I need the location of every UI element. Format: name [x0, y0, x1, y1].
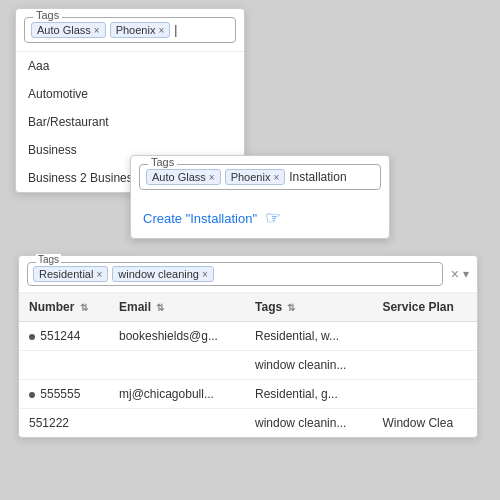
filter-chip-residential-label: Residential [39, 268, 93, 280]
top-chip-phoenix[interactable]: Phoenix × [110, 22, 171, 38]
cell-number: 551222 [19, 409, 109, 438]
middle-chip-auto-glass-close[interactable]: × [209, 172, 215, 183]
middle-tags-section: Tags Auto Glass × Phoenix × [139, 164, 381, 190]
table-row: 555555 mj@chicagobull... Residential, g.… [19, 380, 477, 409]
top-chip-phoenix-close[interactable]: × [158, 25, 164, 36]
top-chip-phoenix-label: Phoenix [116, 24, 156, 36]
dropdown-item-automotive[interactable]: Automotive [16, 80, 244, 108]
dot-icon [29, 392, 35, 398]
top-chip-auto-glass-label: Auto Glass [37, 24, 91, 36]
middle-chip-phoenix-label: Phoenix [231, 171, 271, 183]
tags-sort-icon: ⇅ [287, 302, 295, 313]
top-tag-input[interactable] [174, 23, 194, 37]
cell-tags: window cleanin... [245, 409, 372, 438]
cursor-hand-icon: ☞ [265, 207, 281, 229]
cell-email [109, 409, 245, 438]
screenshot-container: Tags Auto Glass × Phoenix × Aaa Automoti… [0, 0, 500, 500]
top-chip-auto-glass-close[interactable]: × [94, 25, 100, 36]
cell-service-plan [372, 322, 477, 351]
middle-chip-phoenix[interactable]: Phoenix × [225, 169, 286, 185]
table-row: 551222 window cleanin... Window Clea [19, 409, 477, 438]
filter-chip-window-cleaning-close[interactable]: × [202, 269, 208, 280]
filter-chip-residential[interactable]: Residential × [33, 266, 108, 282]
col-service-plan[interactable]: Service Plan [372, 293, 477, 322]
clear-filter-icon[interactable]: × [451, 266, 459, 282]
col-number[interactable]: Number ⇅ [19, 293, 109, 322]
col-tags[interactable]: Tags ⇅ [245, 293, 372, 322]
filter-chip-residential-close[interactable]: × [96, 269, 102, 280]
cell-number [19, 351, 109, 380]
cell-tags: window cleanin... [245, 351, 372, 380]
middle-dropdown-panel: Tags Auto Glass × Phoenix × Create "Inst… [130, 155, 390, 239]
filter-chip-window-cleaning-label: window cleaning [118, 268, 199, 280]
cell-email: mj@chicagobull... [109, 380, 245, 409]
cell-tags: Residential, w... [245, 322, 372, 351]
filter-chip-window-cleaning[interactable]: window cleaning × [112, 266, 214, 282]
col-email[interactable]: Email ⇅ [109, 293, 245, 322]
bottom-table-panel: Tags Residential × window cleaning × × ▾ [18, 255, 478, 438]
cell-number: 555555 [19, 380, 109, 409]
top-tags-label: Tags [33, 9, 62, 21]
create-installation-option[interactable]: Create "Installation" ☞ [131, 198, 389, 238]
filter-dropdown-arrow-icon[interactable]: ▾ [463, 267, 469, 281]
middle-tag-input[interactable] [289, 170, 359, 184]
email-sort-icon: ⇅ [156, 302, 164, 313]
filter-controls: × ▾ [451, 266, 469, 282]
cell-email [109, 351, 245, 380]
cell-email: bookeshields@g... [109, 322, 245, 351]
cell-service-plan [372, 380, 477, 409]
records-table: Number ⇅ Email ⇅ Tags ⇅ Service Plan [19, 293, 477, 437]
filter-bar: Tags Residential × window cleaning × × ▾ [19, 256, 477, 293]
middle-chip-auto-glass[interactable]: Auto Glass × [146, 169, 221, 185]
number-sort-icon: ⇅ [80, 302, 88, 313]
cell-tags: Residential, g... [245, 380, 372, 409]
cell-service-plan: Window Clea [372, 409, 477, 438]
cell-service-plan [372, 351, 477, 380]
create-installation-label: Create "Installation" [143, 211, 257, 226]
top-chip-auto-glass[interactable]: Auto Glass × [31, 22, 106, 38]
table-row: window cleanin... [19, 351, 477, 380]
filter-tags-label: Tags [36, 254, 61, 265]
top-tags-section: Tags Auto Glass × Phoenix × [24, 17, 236, 43]
cell-number: 551244 [19, 322, 109, 351]
table-header-row: Number ⇅ Email ⇅ Tags ⇅ Service Plan [19, 293, 477, 322]
middle-chip-phoenix-close[interactable]: × [273, 172, 279, 183]
middle-tags-label: Tags [148, 156, 177, 168]
middle-chip-auto-glass-label: Auto Glass [152, 171, 206, 183]
dropdown-item-bar-restaurant[interactable]: Bar/Restaurant [16, 108, 244, 136]
dropdown-item-aaa[interactable]: Aaa [16, 52, 244, 80]
table-row: 551244 bookeshields@g... Residential, w.… [19, 322, 477, 351]
dot-icon [29, 334, 35, 340]
filter-tags-box: Tags Residential × window cleaning × [27, 262, 443, 286]
